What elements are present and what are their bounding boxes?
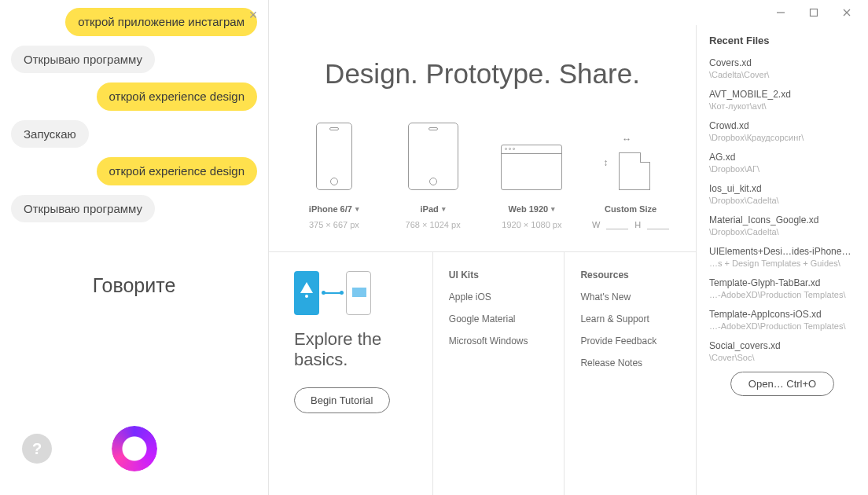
chevron-down-icon[interactable]: ▾: [551, 205, 555, 213]
preset-dims: 375 × 667 px: [287, 220, 381, 229]
preset-label: Custom Size: [605, 204, 657, 214]
iphone-icon: [316, 123, 352, 190]
uikits-column: UI Kits Apple iOS Google Material Micros…: [432, 252, 565, 495]
uikits-heading: UI Kits: [449, 270, 555, 280]
recent-file-name: Template-Glyph-TabBar.xd: [709, 277, 855, 288]
resources-heading: Resources: [580, 270, 686, 280]
preset-label: iPad: [421, 204, 439, 214]
assistant-panel: × открой приложение инстаграм Открываю п…: [0, 0, 269, 495]
recent-file-path: \Cadelta\Cover\: [709, 70, 855, 79]
close-button[interactable]: [830, 2, 863, 24]
recent-file-item[interactable]: Crowd.xd\Dropbox\Краудсорсинг\: [709, 120, 855, 142]
phone-icon: [294, 271, 319, 315]
explore-title: Explore the basics.: [294, 329, 417, 370]
begin-tutorial-button[interactable]: Begin Tutorial: [294, 387, 390, 413]
window-titlebar: [269, 0, 868, 25]
recent-file-item[interactable]: Ios_ui_kit.xd\Dropbox\Cadelta\: [709, 183, 855, 205]
hero-title: Design. Prototype. Share.: [269, 58, 696, 90]
recent-file-item[interactable]: Covers.xd\Cadelta\Cover\: [709, 57, 855, 79]
tutorial-graphic: [294, 271, 417, 315]
recent-file-item[interactable]: Template-Glyph-TabBar.xd…-AdobeXD\Produc…: [709, 277, 855, 299]
open-file-button[interactable]: Open… Ctrl+O: [730, 372, 834, 396]
preset-dims: 1920 × 1080 px: [484, 220, 579, 229]
maximize-button[interactable]: [797, 2, 830, 24]
recent-file-path: \Dropbox\Cadelta\: [709, 196, 855, 205]
browser-icon: [501, 145, 562, 190]
preset-dims: 768 × 1024 px: [386, 220, 480, 229]
recent-file-item[interactable]: Material_Icons_Google.xd\Dropbox\Cadelta…: [709, 214, 855, 236]
recent-file-name: Material_Icons_Google.xd: [709, 214, 855, 226]
preset-custom[interactable]: Custom Size W H: [583, 119, 678, 229]
resource-link[interactable]: What's New: [580, 292, 686, 302]
close-icon[interactable]: ×: [246, 8, 260, 22]
artboard-presets: iPhone 6/7▾ 375 × 667 px iPad▾ 768 × 102…: [269, 119, 696, 251]
height-input[interactable]: [647, 220, 669, 229]
recent-file-item[interactable]: Template-AppIcons-iOS.xd…-AdobeXD\Produc…: [709, 309, 855, 331]
recent-file-item[interactable]: AVT_MOBILE_2.xd\Кот-лукот\avt\: [709, 89, 855, 111]
preset-iphone[interactable]: iPhone 6/7▾ 375 × 667 px: [287, 119, 381, 229]
minimize-button[interactable]: [764, 2, 797, 24]
svg-rect-1: [811, 9, 818, 16]
recent-file-path: …s + Design Templates + Guides\: [709, 258, 855, 268]
recent-file-name: AVT_MOBILE_2.xd: [709, 89, 855, 100]
recent-file-item[interactable]: Social_covers.xd\Cover\Soc\: [709, 340, 855, 362]
recent-file-path: \Dropbox\АГ\: [709, 164, 855, 174]
recent-file-name: Template-AppIcons-iOS.xd: [709, 309, 855, 320]
height-label: H: [634, 220, 641, 229]
preset-ipad[interactable]: iPad▾ 768 × 1024 px: [386, 119, 480, 229]
recent-file-path: \Кот-лукот\avt\: [709, 101, 855, 111]
chat-msg-bot: Открываю программу: [11, 195, 155, 223]
recent-file-name: AG.xd: [709, 152, 855, 163]
custom-size-icon: [611, 145, 650, 190]
width-label: W: [592, 220, 600, 229]
uikit-link[interactable]: Apple iOS: [449, 292, 555, 302]
chat-log: открой приложение инстаграм Открываю про…: [0, 0, 268, 426]
recent-file-path: \Dropbox\Краудсорсинг\: [709, 133, 855, 142]
recent-file-name: Crowd.xd: [709, 120, 855, 131]
recent-file-name: Social_covers.xd: [709, 340, 855, 351]
help-button[interactable]: ?: [22, 434, 52, 464]
chat-msg-user: открой приложение инстаграм: [65, 8, 257, 36]
chat-msg-bot: Запускаю: [11, 120, 89, 148]
preset-label: iPhone 6/7: [309, 204, 352, 214]
resource-link[interactable]: Learn & Support: [580, 314, 686, 324]
recent-file-name: Ios_ui_kit.xd: [709, 183, 855, 194]
preset-label: Web 1920: [509, 204, 549, 214]
recent-file-path: \Dropbox\Cadelta\: [709, 227, 855, 236]
width-input[interactable]: [606, 220, 628, 229]
recent-file-name: Covers.xd: [709, 57, 855, 68]
resource-link[interactable]: Release Notes: [580, 358, 686, 368]
start-screen: Design. Prototype. Share. iPhone 6/7▾ 37…: [269, 25, 697, 495]
recent-files-panel: Recent Files Covers.xd\Cadelta\Cover\AVT…: [697, 25, 868, 495]
recent-file-path: \Cover\Soc\: [709, 353, 855, 362]
preset-web[interactable]: Web 1920▾ 1920 × 1080 px: [484, 119, 579, 229]
explore-section: Explore the basics. Begin Tutorial: [269, 252, 432, 495]
voice-assistant-icon[interactable]: [112, 426, 157, 471]
resources-column: Resources What's New Learn & Support Pro…: [564, 252, 696, 495]
recent-files-heading: Recent Files: [709, 35, 855, 46]
resource-link[interactable]: Provide Feedback: [580, 336, 686, 346]
recent-file-path: …-AdobeXD\Production Templates\: [709, 321, 855, 331]
uikit-link[interactable]: Google Material: [449, 314, 555, 324]
chat-msg-bot: Открываю программу: [11, 46, 155, 74]
recent-file-item[interactable]: AG.xd\Dropbox\АГ\: [709, 152, 855, 174]
recent-file-path: …-AdobeXD\Production Templates\: [709, 290, 855, 299]
chat-msg-user: открой experience design: [97, 82, 257, 111]
chevron-down-icon[interactable]: ▾: [355, 205, 359, 213]
connection-icon: [324, 292, 341, 294]
recent-file-name: UIElements+Desi…ides-iPhoneX.xd: [709, 246, 855, 257]
speak-prompt: Говорите: [11, 274, 257, 297]
chat-msg-user: открой experience design: [97, 157, 257, 185]
chevron-down-icon[interactable]: ▾: [442, 205, 446, 213]
uikit-link[interactable]: Microsoft Windows: [449, 336, 555, 346]
recent-file-item[interactable]: UIElements+Desi…ides-iPhoneX.xd…s + Desi…: [709, 246, 855, 268]
phone-icon: [346, 271, 371, 315]
ipad-icon: [408, 123, 458, 190]
